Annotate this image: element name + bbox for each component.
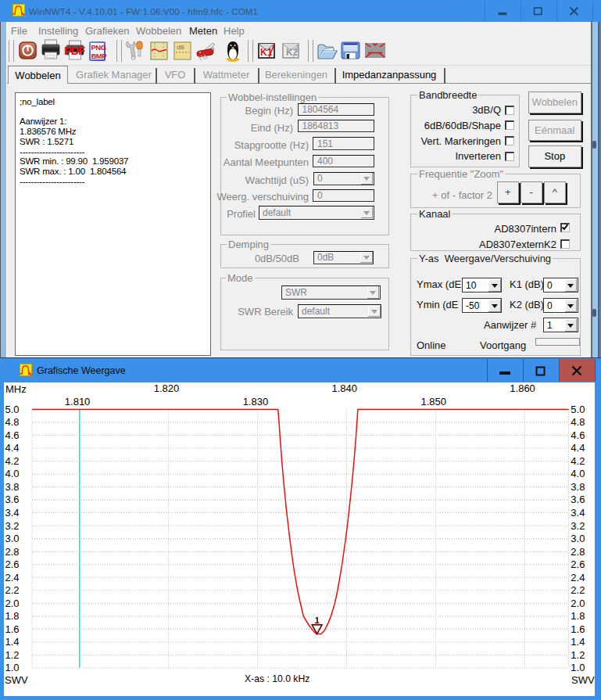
svg-text:4.4: 4.4	[571, 442, 585, 454]
svg-text:3.0: 3.0	[5, 533, 20, 544]
svg-text:1.820: 1.820	[154, 382, 180, 394]
svg-text:2.0: 2.0	[571, 598, 585, 609]
svg-text:1.850: 1.850	[420, 396, 446, 407]
svg-text:5.0: 5.0	[5, 404, 20, 415]
svg-text:3.6: 3.6	[571, 494, 585, 505]
svg-text:1.860: 1.860	[510, 382, 535, 394]
svg-text:1.0: 1.0	[5, 662, 20, 673]
svg-text:1.4: 1.4	[5, 636, 20, 648]
svg-text:4.0: 4.0	[5, 468, 20, 479]
svg-text:X-as : 10.0 kHz: X-as : 10.0 kHz	[245, 673, 309, 684]
svg-text:MHz: MHz	[5, 383, 27, 395]
svg-text:2.0: 2.0	[5, 598, 20, 609]
svg-text:1.840: 1.840	[332, 382, 358, 394]
svg-text:PDF: PDF	[64, 45, 85, 57]
svg-text:1.6: 1.6	[5, 623, 20, 635]
svg-text:4.4: 4.4	[5, 442, 20, 454]
svg-text:2.2: 2.2	[571, 584, 585, 596]
svg-text:1.6: 1.6	[571, 623, 585, 635]
svg-text:dB: dB	[177, 44, 184, 51]
svg-text:2.8: 2.8	[571, 546, 585, 558]
svg-text:4.8: 4.8	[571, 416, 585, 428]
svg-text:1.2: 1.2	[571, 649, 585, 661]
svg-text:1.8: 1.8	[5, 610, 20, 622]
svg-text:3.2: 3.2	[5, 520, 20, 532]
svg-text:5.0: 5.0	[571, 404, 585, 415]
svg-text:PNG: PNG	[91, 43, 106, 52]
svg-text:2.6: 2.6	[571, 558, 585, 570]
svg-text:4.6: 4.6	[571, 429, 585, 441]
svg-text:BMP: BMP	[91, 52, 108, 60]
svg-text:3.4: 3.4	[571, 507, 585, 519]
svg-text:4.0: 4.0	[571, 468, 585, 479]
svg-text:4.2: 4.2	[571, 455, 585, 467]
svg-text:2.8: 2.8	[5, 546, 20, 558]
svg-text:1.830: 1.830	[243, 396, 269, 407]
svg-text:3.8: 3.8	[571, 481, 585, 493]
svg-text:3.2: 3.2	[571, 520, 585, 532]
svg-text:2.2: 2.2	[5, 584, 20, 596]
svg-text:2.4: 2.4	[571, 572, 585, 583]
svg-text:4.8: 4.8	[5, 416, 20, 428]
svg-text:4.2: 4.2	[5, 455, 20, 467]
svg-text:1.8: 1.8	[571, 610, 585, 622]
svg-text:1.2: 1.2	[5, 649, 20, 661]
svg-text:3.0: 3.0	[571, 533, 585, 544]
svg-text:1.810: 1.810	[65, 396, 91, 407]
svg-text:2.4: 2.4	[5, 572, 20, 583]
svg-text:1.0: 1.0	[571, 662, 585, 673]
svg-text:1.4: 1.4	[571, 636, 585, 648]
svg-text:SWV: SWV	[571, 674, 595, 686]
svg-text:2.6: 2.6	[5, 558, 20, 570]
svg-text:3.6: 3.6	[5, 494, 20, 505]
svg-text:SWV: SWV	[5, 674, 28, 686]
svg-text:3.4: 3.4	[5, 507, 20, 519]
svg-text:4.6: 4.6	[5, 429, 20, 441]
svg-text:3.8: 3.8	[5, 481, 20, 493]
